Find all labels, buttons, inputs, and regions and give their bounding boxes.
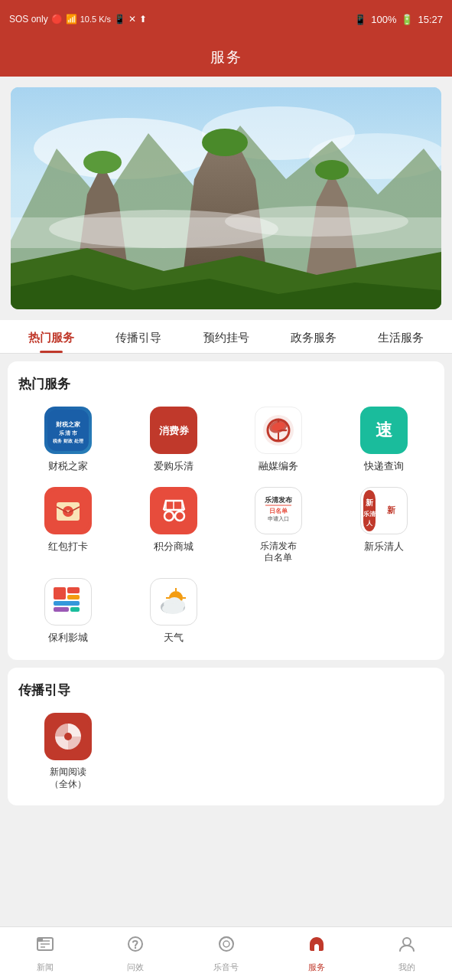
nav-label-leyinhao: 乐音号 xyxy=(213,962,239,973)
service-label-leqingfabu: 乐清发布 白名单 xyxy=(260,541,297,564)
status-bar: SOS only 🔴 📶 10.5 K/s 📱 ✕ ⬆ 📱 100% 🔋 15:… xyxy=(0,0,452,38)
nav-wenjiao[interactable]: 问效 xyxy=(90,927,180,980)
svg-rect-54 xyxy=(67,587,80,593)
service-xinleqing[interactable]: 新 乐清 人 新 新乐清人 xyxy=(334,487,434,564)
wifi-icon: 📶 xyxy=(66,14,77,24)
nav-leyinhao[interactable]: 乐音号 xyxy=(180,927,271,980)
service-xinwen[interactable]: 新闻阅读 （全休） xyxy=(18,713,118,790)
service-label-rongmei: 融媒编务 xyxy=(259,460,298,473)
sos-text: SOS only xyxy=(9,14,48,24)
svg-text:税务 财政 处理: 税务 财政 处理 xyxy=(52,438,83,443)
sos-icon: 🔴 xyxy=(51,14,63,24)
svg-text:速: 速 xyxy=(376,420,393,439)
service-icon-jifen xyxy=(150,487,197,534)
nav-icon-leyinhao xyxy=(216,934,236,959)
svg-point-10 xyxy=(315,160,349,180)
svg-text:申请入口: 申请入口 xyxy=(268,515,289,522)
service-label-xinleqing: 新乐清人 xyxy=(364,541,404,554)
svg-text:消费券: 消费券 xyxy=(158,425,189,436)
nav-icon-news xyxy=(35,934,55,959)
service-label-baoli: 保利影城 xyxy=(48,632,88,645)
chuanbo-grid: 新闻阅读 （全休） xyxy=(18,713,434,790)
service-icon-xinwen xyxy=(44,713,92,760)
service-kuaidi[interactable]: 速 快递查询 xyxy=(334,407,434,473)
tab-appointment[interactable]: 预约挂号 xyxy=(182,320,269,353)
svg-point-13 xyxy=(225,206,408,237)
svg-point-8 xyxy=(202,129,248,156)
service-tianqi[interactable]: 天气 xyxy=(124,578,223,645)
svg-point-70 xyxy=(162,603,184,614)
banner-svg xyxy=(11,87,441,309)
service-aigou[interactable]: 消费券 爱购乐清 xyxy=(124,407,223,473)
svg-text:乐清: 乐清 xyxy=(363,510,376,518)
x-icon: ✕ xyxy=(128,14,136,24)
battery-icon: 📱 xyxy=(354,14,366,25)
service-icon-caishui: 财税之家 乐 清 市 税务 财政 处理 xyxy=(44,407,92,454)
upload-icon: ⬆ xyxy=(139,14,147,24)
svg-rect-56 xyxy=(54,601,80,606)
service-rongmei[interactable]: 融媒编务 xyxy=(229,407,329,473)
hot-services-title: 热门服务 xyxy=(18,375,434,393)
network-speed: 10.5 K/s xyxy=(80,15,111,24)
svg-point-79 xyxy=(135,947,136,949)
service-label-tianqi: 天气 xyxy=(164,632,184,645)
svg-text:新: 新 xyxy=(387,505,395,514)
svg-text:日名单: 日名单 xyxy=(269,508,288,514)
svg-point-9 xyxy=(83,151,122,174)
svg-text:人: 人 xyxy=(366,520,373,527)
service-label-kuaidi: 快递查询 xyxy=(364,460,404,473)
tab-chuanbo[interactable]: 传播引导 xyxy=(95,320,182,353)
service-icon-aigou: 消费券 xyxy=(150,407,197,454)
tab-hot-service[interactable]: 热门服务 xyxy=(8,320,95,353)
hero-banner xyxy=(11,87,441,309)
svg-rect-55 xyxy=(67,595,80,599)
tab-government[interactable]: 政务服务 xyxy=(270,320,357,353)
service-label-hongbao: 红包打卡 xyxy=(48,541,88,554)
status-left: SOS only 🔴 📶 10.5 K/s 📱 ✕ ⬆ xyxy=(9,14,147,24)
battery-full-icon: 🔋 xyxy=(401,14,413,25)
svg-text:乐 清 市: 乐 清 市 xyxy=(57,430,78,436)
tab-life-service[interactable]: 生活服务 xyxy=(357,320,444,353)
service-baoli[interactable]: 保利影城 xyxy=(18,578,118,645)
service-leqingfabu[interactable]: 乐清发布 日名单 申请入口 乐清发布 白名单 xyxy=(229,487,329,564)
hot-services-grid: 财税之家 乐 清 市 税务 财政 处理 财税之家 消费券 爱购乐清 xyxy=(18,407,434,645)
nav-mine[interactable]: 我的 xyxy=(362,927,452,980)
service-label-aigou: 爱购乐清 xyxy=(154,460,193,473)
service-jifen[interactable]: 积分商城 xyxy=(124,487,223,564)
service-icon-hongbao: ¥ xyxy=(44,487,92,534)
tab-bar: 热门服务 传播引导 预约挂号 政务服务 生活服务 xyxy=(0,320,452,354)
bottom-nav: 新闻 问效 乐音号 xyxy=(0,926,452,980)
svg-rect-53 xyxy=(54,587,66,599)
nav-icon-fuwu xyxy=(307,934,327,959)
service-icon-xinleqing: 新 乐清 人 新 xyxy=(360,487,408,534)
svg-rect-77 xyxy=(37,938,43,942)
svg-point-72 xyxy=(64,733,72,740)
service-label-xinwen: 新闻阅读 （全休） xyxy=(50,766,86,790)
svg-rect-58 xyxy=(70,607,80,612)
sim-icon: 📱 xyxy=(114,14,125,24)
service-hongbao[interactable]: ¥ 红包打卡 xyxy=(18,487,118,564)
battery-text: 100% xyxy=(371,14,396,25)
svg-point-82 xyxy=(403,938,411,946)
service-icon-baoli xyxy=(44,578,92,626)
chuanbo-section: 传播引导 新闻阅读 （全休） xyxy=(8,668,444,805)
service-icon-tianqi xyxy=(150,578,197,626)
service-label-jifen: 积分商城 xyxy=(154,541,193,554)
nav-fuwu[interactable]: 服务 xyxy=(272,927,362,980)
svg-text:财税之家: 财税之家 xyxy=(55,420,81,428)
nav-icon-wenjiao xyxy=(125,934,145,959)
time-text: 15:27 xyxy=(418,14,443,25)
status-right: 📱 100% 🔋 15:27 xyxy=(354,14,443,25)
service-icon-rongmei xyxy=(255,407,302,454)
service-icon-kuaidi: 速 xyxy=(360,407,408,454)
nav-label-fuwu: 服务 xyxy=(308,962,325,973)
nav-icon-mine xyxy=(397,934,417,959)
nav-news[interactable]: 新闻 xyxy=(0,927,90,980)
nav-label-mine: 我的 xyxy=(398,962,415,973)
service-icon-leqingfabu: 乐清发布 日名单 申请入口 xyxy=(255,487,302,534)
nav-label-wenjiao: 问效 xyxy=(127,962,144,973)
service-caishui[interactable]: 财税之家 乐 清 市 税务 财政 处理 财税之家 xyxy=(18,407,118,473)
svg-point-81 xyxy=(223,941,229,947)
service-label-caishui: 财税之家 xyxy=(48,460,88,473)
svg-text:乐清发布: 乐清发布 xyxy=(265,496,293,504)
